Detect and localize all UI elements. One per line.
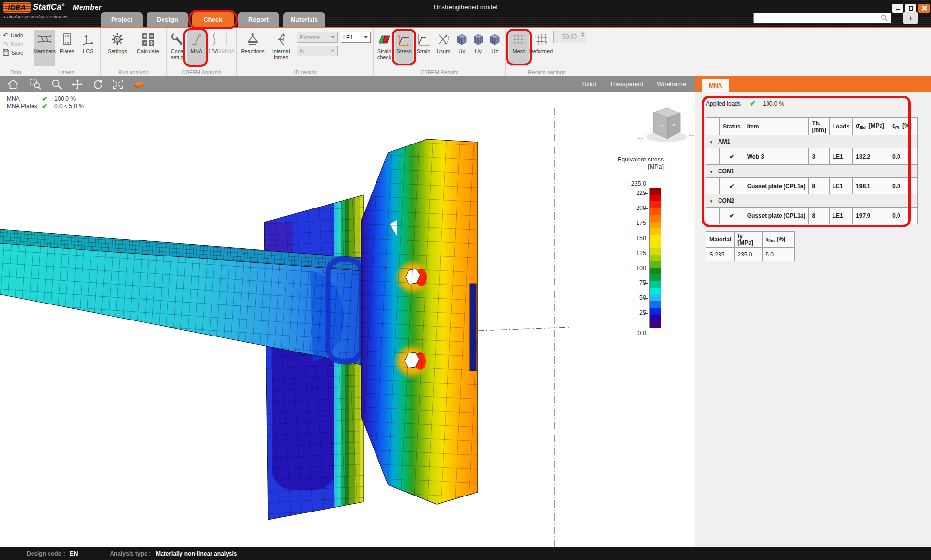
tab-mna-results[interactable]: MNA: [702, 79, 729, 92]
applied-loads-row: Applied loads ✔ 100.0 %: [706, 99, 784, 108]
legend-bar: [649, 188, 661, 328]
legend-tick-label: 25: [627, 309, 646, 316]
uy-button[interactable]: Uy: [471, 30, 486, 66]
settings-button[interactable]: Settings: [105, 30, 130, 66]
zoom-window-icon[interactable]: [29, 78, 42, 91]
clipping-brick-icon[interactable]: [133, 78, 146, 91]
calculate-button[interactable]: Calculate: [133, 30, 163, 66]
ribbon-group-cbfem-analysis: Code setup MNA LBA GMNIA CBFEM Analysis: [167, 28, 237, 76]
table-row[interactable]: ✔ Web 3 3 LE1 132.2 0.0: [706, 148, 918, 165]
reactions-button[interactable]: Reactions: [239, 30, 267, 66]
lcs-button[interactable]: LCS: [79, 30, 98, 66]
info-button[interactable]: i: [903, 12, 918, 24]
render-mode-solid[interactable]: Solid: [582, 80, 596, 88]
load-case-dropdown[interactable]: LE1: [341, 32, 371, 43]
ribbon-group-labels: Members Plates LCS Labels: [32, 28, 101, 76]
plates-button[interactable]: Plates: [57, 30, 77, 66]
legend-tick-label: 100: [627, 265, 646, 272]
material-table-header: Material fy [MPa] εlim [%]: [706, 232, 795, 248]
analysis-status-overlay: MNA ✔ 100.0 % MNA Plates ✔ 0.0 < 5.0 %: [7, 95, 84, 110]
render-mode-transparent[interactable]: Transparent: [609, 80, 643, 88]
collapse-triangle-icon[interactable]: ▼: [709, 140, 713, 144]
tab-report[interactable]: Report: [238, 12, 279, 27]
legend-min: 0.0: [638, 330, 646, 336]
end-plate: [361, 139, 478, 504]
members-button[interactable]: Members: [34, 30, 55, 66]
pan-icon[interactable]: [71, 78, 83, 91]
ux-button[interactable]: Ux: [454, 30, 470, 66]
check-icon: ✔: [750, 99, 756, 108]
wrench-icon: [171, 31, 183, 48]
model-3d[interactable]: +Y -X: [0, 92, 695, 547]
cube-label-y: +Y: [659, 124, 664, 128]
mesh-button[interactable]: Mesh: [509, 30, 529, 66]
legend-tick-mark: [644, 298, 648, 299]
search-box[interactable]: [753, 13, 891, 23]
collapse-triangle-icon[interactable]: ▼: [709, 170, 713, 174]
tab-design[interactable]: Design: [147, 12, 188, 27]
viewport-toolbar: Solid Transparent Wireframe: [0, 76, 695, 92]
legend-tick-label: 200: [627, 205, 646, 211]
info-icon: i: [910, 15, 912, 22]
stress-button[interactable]: Stress: [395, 30, 413, 66]
group-row-con2[interactable]: ▼CON2: [706, 194, 918, 208]
check-icon: ✔: [42, 95, 54, 103]
internal-forces-button[interactable]: Internal forces: [268, 30, 294, 66]
lcs-icon: [82, 31, 95, 48]
code-setup-button[interactable]: Code setup: [168, 30, 186, 66]
table-row[interactable]: ✔ Gusset plate (CPL1a) 8 LE1 198.1 0.0: [706, 178, 918, 194]
document-title: Unstrengthened model: [434, 3, 498, 11]
status-bar: Design code : EN Analysis type : Materia…: [0, 547, 931, 560]
maximize-button[interactable]: [905, 4, 916, 13]
ribbon-group-run: Settings Calculate Run analysis: [101, 28, 167, 76]
legend-tick-label: 50: [627, 294, 646, 301]
stress-icon: [397, 31, 411, 48]
usum-button[interactable]: Usum: [434, 30, 453, 66]
save-button[interactable]: Save: [3, 48, 23, 57]
legend-tick-mark: [644, 313, 648, 314]
minimize-button[interactable]: [892, 4, 903, 13]
uz-button[interactable]: Uz: [487, 30, 503, 66]
table-row[interactable]: ✔ Gusset plate (CPL1a) 8 LE1 197.9 0.0: [706, 208, 918, 224]
table-row[interactable]: S 235 235.0 5.0: [706, 248, 795, 261]
legend-tick-label: 225: [627, 190, 646, 196]
model-viewport[interactable]: +Y -X MNA ✔ 100.0 % MNA Plates ✔ 0.0 < 5…: [0, 92, 695, 547]
legend-unit: [MPa]: [597, 163, 666, 171]
internal-forces-icon: [274, 31, 288, 48]
mna-button[interactable]: MNA: [187, 30, 206, 66]
render-mode-wireframe[interactable]: Wireframe: [657, 80, 686, 88]
close-button[interactable]: [918, 4, 930, 13]
collapse-triangle-icon[interactable]: ▼: [709, 199, 713, 204]
redo-button: ↷Redo: [3, 40, 23, 48]
zoom-icon[interactable]: [50, 78, 63, 91]
home-view-icon[interactable]: [7, 78, 19, 91]
maximize-icon: [909, 6, 913, 11]
strain-check-button[interactable]: Strain check: [375, 30, 394, 66]
legend-tick-mark: [644, 254, 648, 255]
status-check-icon: ✔: [720, 148, 744, 165]
search-input[interactable]: [754, 15, 881, 21]
group-row-am1[interactable]: ▼AM1: [706, 135, 918, 148]
tab-check[interactable]: Check: [192, 12, 234, 27]
strain-button[interactable]: Strain: [414, 30, 433, 66]
zoom-fit-icon[interactable]: [112, 78, 124, 91]
mesh-icon: [512, 31, 526, 48]
navigation-cube[interactable]: +Y -X: [638, 108, 694, 142]
ribbon-group-results-settings: Mesh Deformed 50.00 Results settings: [506, 28, 588, 76]
calculate-icon: [142, 31, 155, 48]
legend-tick-label: 175: [627, 220, 646, 226]
strain-icon: [417, 31, 430, 48]
legend-tick-mark: [644, 283, 648, 284]
extreme-dropdown: Extreme: [297, 32, 338, 43]
status-row-mna: MNA ✔ 100.0 %: [7, 95, 84, 102]
save-icon: [3, 49, 9, 56]
deformed-button[interactable]: Deformed: [530, 30, 552, 66]
undo-button[interactable]: ↶Undo: [3, 31, 23, 39]
group-row-con1[interactable]: ▼CON1: [706, 165, 918, 178]
tab-project[interactable]: Project: [101, 12, 143, 27]
chevron-down-icon: [331, 36, 335, 40]
settings-gear-icon: [111, 31, 124, 48]
tab-materials[interactable]: Materials: [283, 12, 325, 27]
rotate-icon[interactable]: [91, 78, 104, 91]
reactions-icon: [246, 31, 260, 48]
